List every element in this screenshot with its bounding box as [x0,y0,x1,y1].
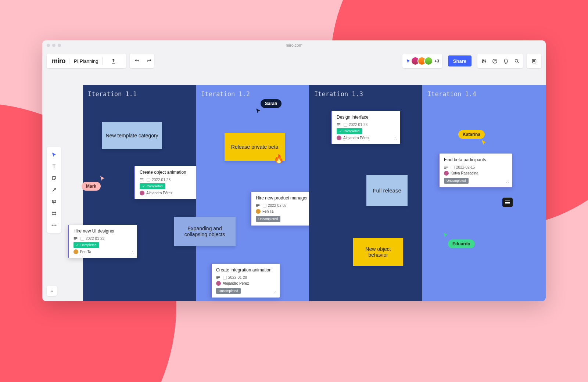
sticky-new-template[interactable]: New template category [102,122,162,149]
user-pill-katarina: Katarina [458,130,485,139]
browser-window: miro.com miro PI Planning [42,40,546,301]
browser-chrome-bar: miro.com [42,40,546,50]
card-assignee: Alejandro Pérez [216,281,275,286]
svg-rect-6 [52,200,55,202]
card-menu-icon[interactable]: ∴ [506,179,508,184]
svg-point-8 [54,225,55,226]
card-date: 2022-02-15 [451,165,475,169]
card-design-interface[interactable]: Design interface 2022-01-28 ✓ Completed … [331,111,400,144]
topbar-actions [477,54,523,68]
export-icon[interactable] [106,54,121,68]
card-date: 2022-02-07 [263,203,287,208]
expand-toolbar-icon[interactable]: » [47,286,57,296]
card-title: Create object animation [140,170,199,175]
board-canvas[interactable]: Iteration 1.1 New template category Mark… [83,85,546,301]
user-pill-eduardo: Eduardo [448,239,475,248]
description-icon [140,178,144,181]
user-cursor-katarina [481,140,487,145]
card-title: Hire new product manager [256,195,315,201]
board-identity[interactable]: miro PI Planning [47,54,126,68]
sticky-tool-icon[interactable] [49,173,60,184]
card-date: 2022-01-23 [147,178,171,182]
svg-point-1 [483,60,484,61]
comment-tool-icon[interactable] [49,196,60,207]
column-2-title: Iteration 1.2 [201,90,304,98]
user-cursor-mark [100,176,105,181]
card-date: 2022-01-28 [223,275,247,280]
description-icon [337,123,341,126]
column-1-title: Iteration 1.1 [88,90,191,98]
undo-redo-group [130,54,154,68]
column-1: Iteration 1.1 New template category Mark… [83,85,196,301]
text-tool-icon[interactable] [49,161,60,172]
sticky-expanding-collapsing[interactable]: Expanding and collapsing objects [174,217,236,246]
status-badge-completed: ✓ Completed [337,128,362,134]
bell-icon[interactable] [502,57,510,65]
svg-point-2 [485,61,486,62]
help-icon[interactable] [491,57,499,65]
card-menu-icon[interactable]: ∴ [274,289,276,295]
column-4-title: Iteration 1.4 [427,90,541,98]
left-toolbar [47,147,61,233]
status-badge-completed: ✓ Completed [140,183,165,189]
arrow-tool-icon[interactable] [49,184,60,195]
select-tool-icon[interactable] [49,149,60,160]
card-find-beta-participants[interactable]: Find beta participants 2022-02-15 Katya … [438,154,512,187]
more-avatars-count[interactable]: +3 [434,59,439,63]
svg-point-0 [482,61,483,62]
card-date: 2022-01-28 [344,123,368,127]
user-pill-mark: Mark [82,182,101,191]
presence-cursor-icon [406,59,411,64]
description-icon [74,237,78,240]
svg-point-4 [515,59,518,62]
card-title: Create integration animation [216,267,275,273]
card-assignee: Fen Ta [74,249,133,254]
search-icon[interactable] [513,57,521,65]
card-title: Design interface [337,115,396,120]
card-assignee: Alejandro Pérez [337,136,396,140]
card-assignee: Alejandro Pérez [140,191,199,195]
browser-url: miro.com [286,43,302,47]
presence-avatars[interactable]: +3 [402,54,442,68]
status-badge-uncompleted: Uncompleted [444,178,469,184]
status-badge-completed: ✓ Completed [74,242,99,248]
column-2: Iteration 1.2 Sarah Release private beta… [196,85,309,301]
frame-tool-icon[interactable] [49,208,60,219]
svg-point-7 [52,225,53,226]
card-assignee: Katya Rassadina [444,171,508,176]
card-create-object-animation[interactable]: Create object animation 2022-01-23 ✓ Com… [134,166,203,199]
status-badge-uncompleted: Uncompleted [256,216,280,222]
status-badge-uncompleted: Uncompleted [216,288,241,294]
card-title: Find beta participants [444,157,508,162]
redo-icon[interactable] [144,54,154,68]
card-assignee: Fen Ta [256,209,315,214]
comment-thread-icon[interactable] [502,198,513,207]
card-hire-ui-designer[interactable]: Hire new UI designer 2022-01-23 ✓ Comple… [68,225,137,258]
column-3-title: Iteration 1.3 [314,90,417,98]
board-name: PI Planning [69,58,98,64]
sticky-full-release[interactable]: Full release [366,175,408,206]
card-date: 2022-01-23 [80,237,104,241]
sticky-new-object-behavior[interactable]: New object behavior [353,238,403,266]
card-menu-icon[interactable]: ∴ [394,136,397,141]
more-tools-icon[interactable] [49,220,60,231]
column-4: Iteration 1.4 Katarina Find beta partici… [422,85,546,301]
description-icon [256,204,260,207]
description-icon [444,166,448,169]
share-button[interactable]: Share [448,55,472,66]
card-title: Hire new UI designer [74,228,133,234]
card-create-integration-animation[interactable]: Create integration animation 2022-01-28 … [211,264,280,298]
miro-logo: miro [52,57,65,65]
fire-emoji: 🔥 [274,154,284,164]
traffic-lights [47,44,61,47]
description-icon [216,276,220,279]
user-cursor-eduardo [443,232,449,238]
user-pill-sarah: Sarah [261,99,282,108]
settings-sliders-icon[interactable] [480,57,488,65]
avatar-3[interactable] [424,57,433,65]
undo-icon[interactable] [130,54,144,68]
svg-point-9 [55,225,57,226]
card-menu-icon[interactable]: ∴ [131,250,133,255]
user-cursor-sarah [255,108,261,114]
activity-panel-button[interactable] [527,54,541,68]
